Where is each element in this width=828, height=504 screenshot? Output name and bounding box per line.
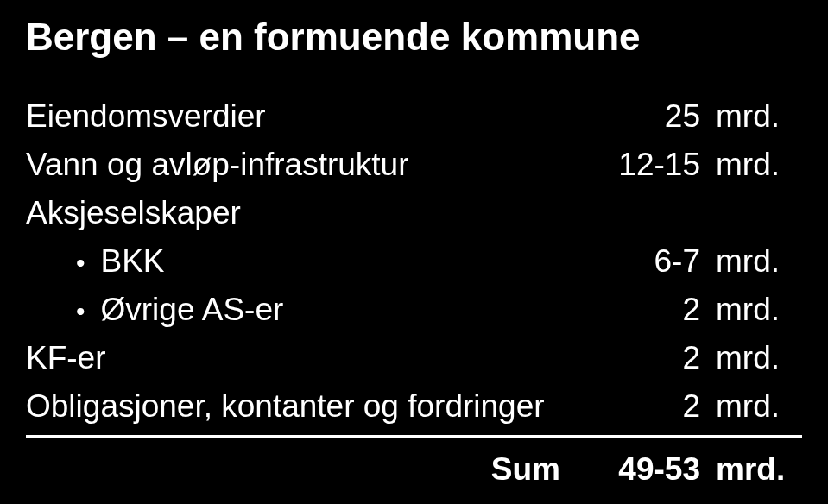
bullet-icon: • <box>76 246 85 281</box>
unit-vann: mrd. <box>716 143 802 186</box>
label-eiendomsverdier: Eiendomsverdier <box>26 95 595 138</box>
unit-obligasjoner: mrd. <box>716 385 802 428</box>
row-eiendomsverdier: Eiendomsverdier 25 mrd. <box>26 95 802 138</box>
label-ovrige: Øvrige AS-er <box>101 288 595 331</box>
unit-ovrige: mrd. <box>716 288 802 331</box>
label-sum: Sum <box>26 448 595 491</box>
unit-kfer: mrd. <box>716 337 802 380</box>
row-bkk: • BKK 6-7 mrd. <box>26 240 802 283</box>
divider-line <box>26 435 802 438</box>
slide-title: Bergen – en formuende kommune <box>26 16 802 59</box>
row-vann: Vann og avløp-infrastruktur 12-15 mrd. <box>26 143 802 186</box>
unit-bkk: mrd. <box>716 240 802 283</box>
label-obligasjoner: Obligasjoner, kontanter og fordringer <box>26 385 595 428</box>
row-sum: Sum 49-53 mrd. <box>26 448 802 491</box>
label-vann: Vann og avløp-infrastruktur <box>26 143 595 186</box>
row-kfer: KF-er 2 mrd. <box>26 337 802 380</box>
bullet-icon: • <box>76 294 85 330</box>
value-sum: 49-53 <box>595 448 716 491</box>
label-aksjeselskaper: Aksjeselskaper <box>26 195 241 230</box>
value-bkk: 6-7 <box>595 240 716 283</box>
value-vann: 12-15 <box>595 143 716 186</box>
label-kfer: KF-er <box>26 337 595 380</box>
value-ovrige: 2 <box>595 288 716 331</box>
row-aksjeselskaper: Aksjeselskaper <box>26 192 802 235</box>
slide-content: Eiendomsverdier 25 mrd. Vann og avløp-in… <box>26 95 802 491</box>
unit-sum: mrd. <box>716 448 802 491</box>
value-kfer: 2 <box>595 337 716 380</box>
unit-eiendomsverdier: mrd. <box>716 95 802 138</box>
row-ovrige: • Øvrige AS-er 2 mrd. <box>26 288 802 331</box>
value-eiendomsverdier: 25 <box>595 95 716 138</box>
value-obligasjoner: 2 <box>595 385 716 428</box>
label-bkk: BKK <box>101 240 595 283</box>
row-obligasjoner: Obligasjoner, kontanter og fordringer 2 … <box>26 385 802 428</box>
